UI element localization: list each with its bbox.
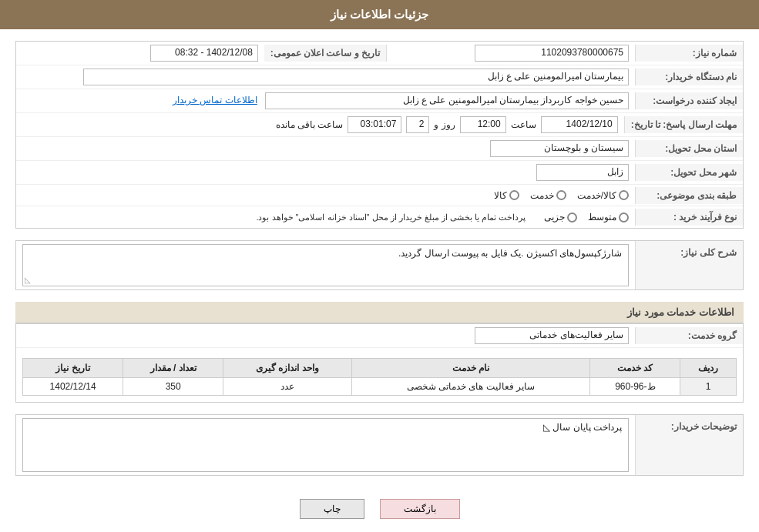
process-note: پرداخت تمام یا بخشی از مبلغ خریدار از مح…: [256, 212, 526, 223]
buyer-input: بیمارستان امیرالمومنین علی ع زابل: [83, 69, 629, 85]
description-text: شارژکپسول‌های اکسیژن .یک فایل به پیوست ا…: [398, 248, 622, 259]
buyer-desc-section: توضیحات خریدار: پرداخت پایان سال ◺: [15, 414, 744, 476]
services-section: گروه خدمت: سایر فعالیت‌های خدماتی ردیف ک…: [15, 323, 744, 403]
response-days-label: روز و: [434, 119, 455, 130]
radio-kala: [509, 190, 519, 200]
buyer-desc-text: پرداخت پایان سال: [552, 422, 622, 433]
buyer-value: بیمارستان امیرالمومنین علی ع زابل: [16, 65, 635, 89]
category-label: طبقه بندی موضوعی:: [635, 187, 743, 204]
category-option-kala-khedmat[interactable]: کالا/خدمت: [577, 190, 629, 201]
category-label-kala: کالا: [494, 190, 507, 201]
response-days-input: 2: [406, 116, 429, 133]
category-option-khedmat[interactable]: خدمت: [530, 190, 566, 201]
response-date-input: 1402/12/10: [541, 116, 618, 133]
niaz-number-input: 1102093780000675: [475, 45, 629, 62]
cell-date: 1402/12/14: [23, 378, 123, 396]
city-row: شهر محل تحویل: زابل: [16, 161, 743, 185]
process-value: متوسط جزیی پرداخت تمام یا بخشی از مبلغ خ…: [16, 209, 635, 226]
description-box: شارژکپسول‌های اکسیژن .یک فایل به پیوست ا…: [22, 244, 629, 286]
group-service-value: سایر فعالیت‌های خدماتی: [16, 324, 635, 347]
col-unit: واحد اندازه گیری: [223, 359, 352, 378]
print-button[interactable]: چاپ: [300, 499, 364, 519]
resize-handle: ◺: [25, 276, 31, 284]
process-row: نوع فرآیند خرید : متوسط جزیی پرداخت تمام…: [16, 206, 743, 228]
col-name: نام خدمت: [351, 359, 590, 378]
response-row: مهلت ارسال پاسخ: تا تاریخ: 1402/12/10 سا…: [16, 113, 743, 137]
radio-motavasset: [619, 212, 629, 223]
announcement-value: 1402/12/08 - 08:32: [16, 42, 264, 65]
process-option-jozi[interactable]: جزیی: [544, 212, 577, 223]
creator-input: حسین خواجه کاربرداز بیمارستان امیرالمومن…: [265, 92, 629, 109]
city-input: زابل: [536, 164, 629, 181]
announcement-input: 1402/12/08 - 08:32: [150, 45, 258, 62]
col-code: کد خدمت: [590, 359, 680, 378]
process-label-jozi: جزیی: [544, 212, 565, 223]
category-label-kala-khedmat: کالا/خدمت: [577, 190, 616, 201]
response-remaining-input: 03:01:07: [348, 116, 401, 133]
category-row: طبقه بندی موضوعی: کالا/خدمت خدمت: [16, 185, 743, 206]
services-section-title: اطلاعات خدمات مورد نیاز: [15, 302, 744, 323]
niaz-number-value: 1102093780000675: [387, 42, 635, 65]
province-row: استان محل تحویل: سیستان و بلوچستان: [16, 137, 743, 161]
buyer-desc-value: پرداخت پایان سال ◺: [16, 415, 635, 475]
province-value: سیستان و بلوچستان: [16, 137, 635, 160]
description-section: شرح کلی نیاز: شارژکپسول‌های اکسیژن .یک ف…: [15, 240, 744, 290]
cell-name: سایر فعالیت های خدماتی شخصی: [351, 378, 590, 396]
buyer-desc-label: توضیحات خریدار:: [635, 415, 743, 475]
description-value: شارژکپسول‌های اکسیژن .یک فایل به پیوست ا…: [16, 241, 635, 289]
category-label-khedmat: خدمت: [530, 190, 554, 201]
radio-kala-khedmat: [619, 190, 629, 200]
response-remaining-label: ساعت باقی مانده: [276, 119, 344, 130]
group-service-label: گروه خدمت:: [635, 327, 743, 344]
back-button[interactable]: بازگشت: [380, 499, 460, 519]
creator-row: ایجاد کننده درخواست: حسین خواجه کاربرداز…: [16, 89, 743, 113]
page-header: جزئیات اطلاعات نیاز: [0, 0, 759, 29]
group-service-input: سایر فعالیت‌های خدماتی: [475, 327, 629, 344]
buyer-label: نام دستگاه خریدار:: [635, 69, 743, 85]
radio-jozi: [567, 212, 577, 223]
cell-quantity: 350: [123, 378, 223, 396]
main-info-section: شماره نیاز: 1102093780000675 تاریخ و ساع…: [15, 41, 744, 229]
cell-code: ط-96-960: [590, 378, 680, 396]
city-label: شهر محل تحویل:: [635, 164, 743, 181]
description-label: شرح کلی نیاز:: [635, 241, 743, 289]
cell-row: 1: [680, 378, 737, 396]
bottom-buttons: بازگشت چاپ: [15, 487, 744, 530]
radio-khedmat: [556, 190, 566, 200]
col-row: ردیف: [680, 359, 737, 378]
response-time-label: ساعت: [511, 119, 536, 130]
city-value: زابل: [16, 161, 635, 184]
niaz-number-label: شماره نیاز:: [635, 45, 743, 62]
province-label: استان محل تحویل:: [635, 140, 743, 157]
table-header-row: ردیف کد خدمت نام خدمت واحد اندازه گیری ت…: [23, 359, 737, 378]
buyer-row: نام دستگاه خریدار: بیمارستان امیرالمومنی…: [16, 65, 743, 89]
process-label: نوع فرآیند خرید :: [635, 209, 743, 226]
process-option-motavasset[interactable]: متوسط: [588, 212, 629, 223]
announcement-label: تاریخ و ساعت اعلان عمومی:: [264, 45, 387, 62]
creator-value: حسین خواجه کاربرداز بیمارستان امیرالمومن…: [16, 89, 635, 112]
table-row: 1 ط-96-960 سایر فعالیت های خدماتی شخصی ع…: [23, 378, 737, 396]
page-title: جزئیات اطلاعات نیاز: [331, 8, 428, 21]
response-time-input: 12:00: [460, 116, 506, 133]
col-quantity: تعداد / مقدار: [123, 359, 223, 378]
province-input: سیستان و بلوچستان: [490, 140, 629, 157]
contact-link[interactable]: اطلاعات تماس خریدار: [173, 95, 257, 105]
buyer-desc-box: پرداخت پایان سال ◺: [22, 418, 629, 472]
category-value: کالا/خدمت خدمت کالا: [16, 187, 635, 204]
col-date: تاریخ نیاز: [23, 359, 123, 378]
cell-unit: عدد: [223, 378, 352, 396]
services-table-wrapper: ردیف کد خدمت نام خدمت واحد اندازه گیری ت…: [16, 348, 743, 402]
group-service-row: گروه خدمت: سایر فعالیت‌های خدماتی: [16, 324, 743, 348]
category-option-kala[interactable]: کالا: [494, 190, 519, 201]
services-table: ردیف کد خدمت نام خدمت واحد اندازه گیری ت…: [22, 358, 737, 396]
response-value: 1402/12/10 ساعت 12:00 روز و 2 03:01:07 س…: [16, 113, 624, 136]
buyer-desc-resize: ◺: [543, 422, 550, 433]
response-label: مهلت ارسال پاسخ: تا تاریخ:: [624, 116, 743, 133]
process-label-motavasset: متوسط: [588, 212, 616, 223]
niaz-number-row: شماره نیاز: 1102093780000675 تاریخ و ساع…: [16, 42, 743, 65]
creator-label: ایجاد کننده درخواست:: [635, 92, 743, 109]
